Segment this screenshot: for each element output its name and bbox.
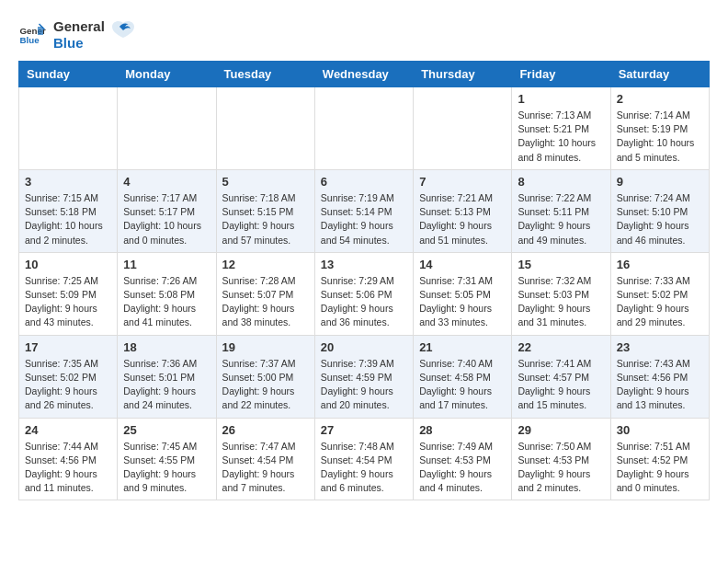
week-row-2: 3Sunrise: 7:15 AM Sunset: 5:18 PM Daylig…	[19, 169, 710, 252]
day-info: Sunrise: 7:40 AM Sunset: 4:58 PM Dayligh…	[419, 357, 506, 413]
day-number: 17	[25, 340, 111, 354]
day-info: Sunrise: 7:36 AM Sunset: 5:01 PM Dayligh…	[123, 357, 210, 413]
calendar-cell	[216, 87, 314, 170]
day-number: 1	[518, 92, 604, 106]
logo-general: General	[53, 18, 105, 35]
calendar-cell: 1Sunrise: 7:13 AM Sunset: 5:21 PM Daylig…	[512, 87, 610, 170]
day-number: 6	[321, 175, 407, 189]
calendar-cell: 3Sunrise: 7:15 AM Sunset: 5:18 PM Daylig…	[19, 169, 118, 252]
day-number: 23	[617, 340, 703, 354]
calendar-cell: 6Sunrise: 7:19 AM Sunset: 5:14 PM Daylig…	[314, 169, 413, 252]
day-info: Sunrise: 7:18 AM Sunset: 5:15 PM Dayligh…	[222, 191, 309, 247]
week-row-3: 10Sunrise: 7:25 AM Sunset: 5:09 PM Dayli…	[19, 252, 710, 335]
day-number: 19	[222, 340, 309, 354]
calendar-cell: 27Sunrise: 7:48 AM Sunset: 4:54 PM Dayli…	[314, 418, 413, 500]
calendar-cell: 5Sunrise: 7:18 AM Sunset: 5:15 PM Daylig…	[216, 169, 314, 252]
day-info: Sunrise: 7:29 AM Sunset: 5:06 PM Dayligh…	[321, 274, 407, 330]
day-info: Sunrise: 7:47 AM Sunset: 4:54 PM Dayligh…	[222, 440, 309, 496]
day-number: 22	[518, 340, 604, 354]
day-number: 21	[419, 340, 506, 354]
day-number: 4	[123, 175, 210, 189]
day-info: Sunrise: 7:43 AM Sunset: 4:56 PM Dayligh…	[617, 357, 703, 413]
day-info: Sunrise: 7:28 AM Sunset: 5:07 PM Dayligh…	[222, 274, 309, 330]
day-number: 14	[419, 258, 506, 271]
day-number: 28	[419, 423, 506, 437]
day-number: 16	[617, 258, 703, 271]
calendar-cell: 19Sunrise: 7:37 AM Sunset: 5:00 PM Dayli…	[216, 335, 314, 418]
calendar-cell: 18Sunrise: 7:36 AM Sunset: 5:01 PM Dayli…	[118, 335, 216, 418]
day-number: 24	[25, 423, 111, 437]
week-row-5: 24Sunrise: 7:44 AM Sunset: 4:56 PM Dayli…	[19, 418, 710, 500]
day-info: Sunrise: 7:26 AM Sunset: 5:08 PM Dayligh…	[123, 274, 210, 330]
calendar-cell: 11Sunrise: 7:26 AM Sunset: 5:08 PM Dayli…	[118, 252, 216, 335]
day-number: 3	[25, 175, 111, 189]
week-row-1: 1Sunrise: 7:13 AM Sunset: 5:21 PM Daylig…	[19, 87, 710, 170]
page-header: General Blue General Blue	[18, 18, 710, 52]
day-number: 25	[123, 423, 210, 437]
day-number: 29	[518, 423, 604, 437]
logo-icon: General Blue	[18, 21, 46, 49]
day-info: Sunrise: 7:35 AM Sunset: 5:02 PM Dayligh…	[25, 357, 111, 413]
weekday-header-row: SundayMondayTuesdayWednesdayThursdayFrid…	[19, 62, 710, 87]
calendar-cell: 13Sunrise: 7:29 AM Sunset: 5:06 PM Dayli…	[314, 252, 413, 335]
svg-text:Blue: Blue	[20, 35, 40, 45]
logo: General Blue General Blue	[18, 18, 136, 52]
calendar-cell: 20Sunrise: 7:39 AM Sunset: 4:59 PM Dayli…	[314, 335, 413, 418]
day-info: Sunrise: 7:48 AM Sunset: 4:54 PM Dayligh…	[321, 440, 407, 496]
day-info: Sunrise: 7:17 AM Sunset: 5:17 PM Dayligh…	[123, 191, 210, 247]
day-number: 30	[617, 423, 703, 437]
day-number: 13	[321, 258, 407, 271]
day-number: 2	[617, 92, 703, 106]
day-number: 12	[222, 258, 309, 271]
day-number: 20	[321, 340, 407, 354]
day-info: Sunrise: 7:50 AM Sunset: 4:53 PM Dayligh…	[518, 440, 604, 496]
day-number: 5	[222, 175, 309, 189]
calendar-cell: 9Sunrise: 7:24 AM Sunset: 5:10 PM Daylig…	[610, 169, 709, 252]
day-info: Sunrise: 7:32 AM Sunset: 5:03 PM Dayligh…	[518, 274, 604, 330]
day-info: Sunrise: 7:37 AM Sunset: 5:00 PM Dayligh…	[222, 357, 309, 413]
day-info: Sunrise: 7:39 AM Sunset: 4:59 PM Dayligh…	[321, 357, 407, 413]
calendar-cell: 2Sunrise: 7:14 AM Sunset: 5:19 PM Daylig…	[610, 87, 709, 170]
day-info: Sunrise: 7:15 AM Sunset: 5:18 PM Dayligh…	[25, 191, 111, 247]
day-number: 27	[321, 423, 407, 437]
weekday-header-wednesday: Wednesday	[314, 62, 413, 87]
day-info: Sunrise: 7:33 AM Sunset: 5:02 PM Dayligh…	[617, 274, 703, 330]
calendar-cell	[118, 87, 216, 170]
weekday-header-friday: Friday	[512, 62, 610, 87]
calendar-cell	[19, 87, 118, 170]
weekday-header-sunday: Sunday	[19, 62, 118, 87]
calendar-cell: 8Sunrise: 7:22 AM Sunset: 5:11 PM Daylig…	[512, 169, 610, 252]
calendar-cell: 4Sunrise: 7:17 AM Sunset: 5:17 PM Daylig…	[118, 169, 216, 252]
day-number: 11	[123, 258, 210, 271]
calendar-cell: 15Sunrise: 7:32 AM Sunset: 5:03 PM Dayli…	[512, 252, 610, 335]
day-info: Sunrise: 7:44 AM Sunset: 4:56 PM Dayligh…	[25, 440, 111, 496]
logo-blue: Blue	[53, 35, 105, 52]
calendar-cell: 21Sunrise: 7:40 AM Sunset: 4:58 PM Dayli…	[414, 335, 512, 418]
calendar-cell: 22Sunrise: 7:41 AM Sunset: 4:57 PM Dayli…	[512, 335, 610, 418]
day-info: Sunrise: 7:49 AM Sunset: 4:53 PM Dayligh…	[419, 440, 506, 496]
calendar-cell: 7Sunrise: 7:21 AM Sunset: 5:13 PM Daylig…	[414, 169, 512, 252]
calendar-cell	[414, 87, 512, 170]
weekday-header-monday: Monday	[118, 62, 216, 87]
weekday-header-saturday: Saturday	[610, 62, 709, 87]
day-number: 10	[25, 258, 111, 271]
day-info: Sunrise: 7:21 AM Sunset: 5:13 PM Dayligh…	[419, 191, 506, 247]
week-row-4: 17Sunrise: 7:35 AM Sunset: 5:02 PM Dayli…	[19, 335, 710, 418]
day-info: Sunrise: 7:13 AM Sunset: 5:21 PM Dayligh…	[518, 109, 604, 165]
day-info: Sunrise: 7:45 AM Sunset: 4:55 PM Dayligh…	[123, 440, 210, 496]
calendar-table: SundayMondayTuesdayWednesdayThursdayFrid…	[18, 61, 710, 500]
calendar-cell: 17Sunrise: 7:35 AM Sunset: 5:02 PM Dayli…	[19, 335, 118, 418]
day-number: 7	[419, 175, 506, 189]
day-info: Sunrise: 7:25 AM Sunset: 5:09 PM Dayligh…	[25, 274, 111, 330]
day-number: 15	[518, 258, 604, 271]
day-number: 8	[518, 175, 604, 189]
weekday-header-thursday: Thursday	[414, 62, 512, 87]
day-info: Sunrise: 7:19 AM Sunset: 5:14 PM Dayligh…	[321, 191, 407, 247]
calendar-cell	[314, 87, 413, 170]
calendar-cell: 30Sunrise: 7:51 AM Sunset: 4:52 PM Dayli…	[610, 418, 709, 500]
calendar-cell: 26Sunrise: 7:47 AM Sunset: 4:54 PM Dayli…	[216, 418, 314, 500]
day-info: Sunrise: 7:24 AM Sunset: 5:10 PM Dayligh…	[617, 191, 703, 247]
day-number: 9	[617, 175, 703, 189]
day-number: 18	[123, 340, 210, 354]
calendar-cell: 12Sunrise: 7:28 AM Sunset: 5:07 PM Dayli…	[216, 252, 314, 335]
